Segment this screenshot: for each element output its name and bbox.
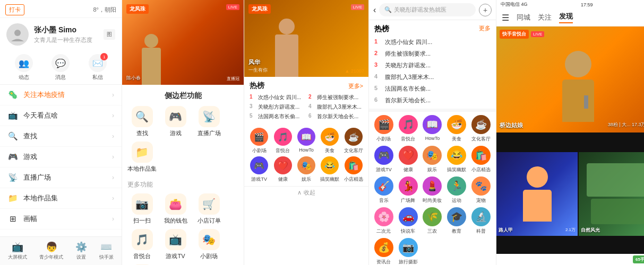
menu-local[interactable]: 📁 本地作品集 › — [0, 188, 122, 209]
menu-frame[interactable]: ⊞ 画幅 › — [0, 209, 122, 229]
shop-order-item[interactable]: 🛒 小店订单 — [194, 193, 224, 225]
bigscreen-label: 大屏模式 — [8, 254, 27, 261]
menu-game[interactable]: 🎮 游戏 › — [0, 147, 122, 167]
hot-more[interactable]: 更多> — [348, 82, 363, 90]
menu-arrow5: › — [112, 174, 114, 181]
p4-cat-11[interactable]: 💃 广场舞 — [398, 176, 419, 204]
sidebar-live-item[interactable]: 📡 直播广场 — [194, 106, 224, 137]
cat-xiaojuchang[interactable]: 🎬 小剧场 — [248, 128, 270, 154]
settings-btn[interactable]: ⚙️ 设置 — [75, 241, 87, 261]
sidebar-search-item[interactable]: 🔍 查找 — [127, 106, 157, 137]
panel5-cell-2[interactable]: 自然风光 5万 A2 — [579, 152, 644, 236]
p4-cat-13[interactable]: 🏃 运动 — [446, 176, 467, 204]
cat-howto[interactable]: 📖 HowTo — [296, 128, 317, 154]
checkin-button[interactable]: 打卡 — [5, 4, 24, 15]
tongcheng-tab[interactable]: 同城 — [517, 13, 530, 22]
p4-hot-item-1[interactable]: 1 次惑小仙女 四川... — [374, 38, 491, 46]
p4-hot-item-5[interactable]: 5 法国两名市长偷... — [374, 85, 491, 93]
p4-cat-5[interactable]: 🎮 游戏TV — [373, 146, 394, 173]
p4-cat-9[interactable]: 🛍️ 小店精选 — [470, 146, 492, 173]
cat-wenhua[interactable]: ☕ 文化客厅 — [343, 128, 364, 154]
cat-meishi-icon: 🍜 — [321, 128, 339, 146]
guanzhu-tab[interactable]: 关注 — [538, 13, 552, 22]
cat-ent[interactable]: 🎭 娱乐 — [296, 156, 317, 183]
p4-cat-20[interactable]: 💰 资讯台 — [373, 238, 394, 265]
hot-item-3[interactable]: 3 关晓彤方辟谣发... — [250, 103, 304, 111]
hot-item-5[interactable]: 5 法国两名市长偷... — [250, 113, 304, 120]
p4-cat-icon-10: 🎸 — [374, 176, 393, 196]
p4-cat-7[interactable]: 🎭 娱乐 — [422, 146, 443, 173]
hot-item-4[interactable]: 4 腹部扎入3厘米木... — [308, 103, 363, 111]
panel5-top-video[interactable]: 快手音悦台 LIVE 桥边姑娘 38粉 | 大... 17.3万 播放 — [496, 26, 644, 132]
cat-gametv[interactable]: 🎮 游戏TV — [248, 156, 270, 183]
message-icon-item[interactable]: 💬 消息 — [51, 54, 70, 81]
back-button[interactable]: ‹ — [373, 5, 376, 15]
p4-cat-2[interactable]: 📖 HowTo — [422, 115, 443, 143]
dm-icon-item[interactable]: ✉️ 1 私信 — [89, 54, 107, 81]
cat-health[interactable]: ❤️ 健康 — [272, 156, 293, 183]
kuaishou-btn[interactable]: ⌨️ 快手派 — [99, 241, 114, 261]
wallet-item[interactable]: 👛 我的钱包 — [161, 193, 190, 225]
p4-cat-19[interactable]: 🔬 科普 — [470, 207, 492, 235]
p4-cat-1[interactable]: 🎵 音悦台 — [398, 115, 419, 143]
p4-cat-label-16: 快说车 — [401, 228, 415, 235]
p4-cat-4[interactable]: ☕ 文化客厅 — [470, 115, 492, 143]
dm-icon: ✉️ 1 — [89, 54, 107, 72]
menu-search[interactable]: 🔍 查找 › — [0, 126, 122, 147]
epidemic-icon: 🦠 — [7, 90, 18, 100]
sidebar-game-item[interactable]: 🎮 游戏 — [161, 106, 190, 137]
p4-cat-10[interactable]: 🎸 音乐 — [373, 176, 394, 204]
collapse-bar[interactable]: ∧ 收起 — [244, 186, 368, 199]
cat-meishi[interactable]: 🍜 美食 — [319, 128, 340, 154]
p4-cat-12[interactable]: 💄 时尚美妆 — [422, 176, 443, 204]
avatar[interactable] — [6, 23, 29, 46]
search-bar[interactable]: 🔍 关晓彤辟谣发热就医 — [379, 3, 476, 16]
scan-item[interactable]: 📷 扫一扫 — [127, 193, 157, 225]
cat-funny[interactable]: 😂 搞笑幽默 — [319, 156, 340, 183]
p4-cat-6[interactable]: ❤️ 健康 — [398, 146, 419, 173]
gametv-item[interactable]: 📺 游戏TV — [161, 229, 190, 260]
youth-btn[interactable]: 👦 青少年模式 — [39, 241, 63, 261]
p4-cat-icon-15: 🌸 — [374, 207, 393, 226]
p4-cat-icon-3: 🍜 — [447, 115, 466, 134]
p4-cat-0[interactable]: 🎬 小剧场 — [373, 115, 394, 143]
svg-point-0 — [14, 30, 21, 36]
p4-rank-3: 3 — [374, 61, 382, 68]
menu-icon-p5[interactable]: ☰ — [502, 13, 509, 23]
p4-cat-16[interactable]: 🚗 快说车 — [398, 207, 419, 235]
sidebar-local-item[interactable]: 📁 本地作品集 — [127, 142, 157, 173]
activity-icon-item[interactable]: 👥 动态 — [15, 54, 33, 81]
cat-shop[interactable]: 🛍️ 小店精选 — [343, 156, 364, 183]
p4-cat-17[interactable]: 🌾 三农 — [422, 207, 443, 235]
p4-cat-15[interactable]: 🌸 二次元 — [373, 207, 394, 235]
p4-hot-item-4[interactable]: 4 腹部扎入3厘米木... — [374, 73, 491, 81]
hot-item-1[interactable]: 1 次惑小仙女 四川... — [250, 94, 304, 101]
p4-hot-item-2[interactable]: 2 师生被强制要求... — [374, 50, 491, 58]
p4-cat-18[interactable]: 🎓 教育 — [446, 207, 467, 235]
menu-watch[interactable]: 📺 今天看点啥 › — [0, 105, 122, 126]
panel5-cell-1[interactable]: 路人甲 2.1万 — [496, 152, 578, 236]
menu-game-label: 游戏 — [23, 152, 37, 162]
hot-item-6[interactable]: 6 首尔新天地会长... — [308, 113, 363, 120]
faxian-tab[interactable]: 发现 — [559, 12, 573, 23]
panel4-hot-more[interactable]: 更多 — [479, 24, 491, 34]
menu-epidemic[interactable]: 🦠 关注本地疫情 › — [0, 85, 122, 105]
hot-item-2[interactable]: 2 师生被强制要求... — [308, 94, 363, 101]
xiaojuchang-item[interactable]: 🎭 小剧场 — [194, 229, 224, 260]
p4-cat-21[interactable]: 📷 旅行摄影 — [398, 238, 419, 265]
top-video-bg — [496, 26, 644, 132]
bigscreen-btn[interactable]: 📺 大屏模式 — [8, 241, 27, 261]
p4-cat-14[interactable]: 🐾 宠物 — [470, 176, 492, 204]
panel3-live-badge: LIVE — [351, 4, 364, 10]
cat-yinyuetai[interactable]: 🎵 音悦台 — [272, 128, 293, 154]
p4-cat-3[interactable]: 🍜 美食 — [446, 115, 467, 143]
add-button[interactable]: + — [479, 4, 492, 16]
activity-label: 动态 — [19, 74, 29, 81]
yinyuetai-item[interactable]: 🎵 音悦台 — [127, 229, 157, 260]
sidebar-local-label: 本地作品集 — [127, 165, 157, 173]
qr-button[interactable]: 图 — [104, 29, 115, 40]
p4-hot-item-3[interactable]: 3 关晓彤方辟谣发... — [374, 61, 491, 69]
p4-cat-8[interactable]: 😂 搞笑幽默 — [446, 146, 467, 173]
p4-hot-item-6[interactable]: 6 首尔新天地会长... — [374, 96, 491, 104]
menu-live[interactable]: 📡 直播广场 › — [0, 167, 122, 188]
